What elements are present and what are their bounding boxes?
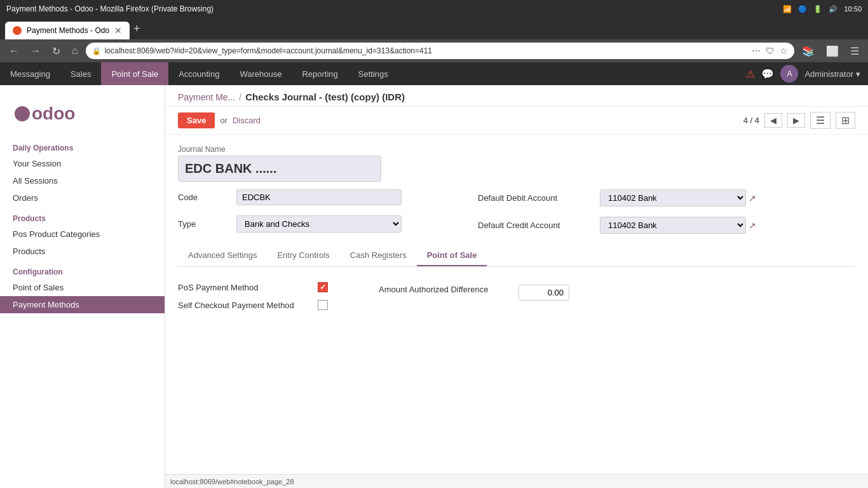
os-bar-title: Payment Methods - Odoo - Mozilla Firefox… [6, 4, 214, 13]
tab-cash-registers[interactable]: Cash Registers [340, 245, 417, 266]
sidebar-item-payment-methods[interactable]: Payment Methods [0, 296, 165, 313]
grid-view-button[interactable]: ⊞ [836, 112, 855, 129]
list-view-button[interactable]: ☰ [810, 112, 831, 129]
chevron-down-icon: ▾ [856, 69, 860, 79]
breadcrumb-parent[interactable]: Payment Me... [178, 92, 235, 102]
top-nav: Messaging Sales Point of Sale Accounting… [0, 62, 868, 85]
type-select[interactable]: Bank and Checks Cash Miscellaneous [236, 215, 402, 233]
tab-close-button[interactable]: ✕ [114, 25, 122, 36]
journal-name-label: Journal Name [178, 145, 855, 154]
journal-name-input[interactable] [178, 156, 381, 182]
sidebar-label-your-session: Your Session [13, 159, 61, 168]
discard-button[interactable]: Discard [233, 116, 261, 125]
user-menu[interactable]: Administrator ▾ [804, 69, 860, 79]
clock: 10:50 [844, 5, 862, 13]
top-nav-right: ⚠ 💬 A Administrator ▾ [746, 65, 868, 83]
form-content: Journal Name Code Type Ban [165, 135, 868, 474]
sidebar-item-your-session[interactable]: Your Session [0, 155, 165, 172]
os-bar-left: Payment Methods - Odoo - Mozilla Firefox… [6, 4, 214, 13]
alert-icon[interactable]: ⚠ [746, 68, 755, 80]
tab-section: Advanced Settings Entry Controls Cash Re… [178, 245, 855, 267]
pagination-info: 4 / 4 [743, 116, 759, 125]
nav-warehouse[interactable]: Warehouse [229, 62, 292, 85]
shield-icon: 🛡 [766, 46, 775, 56]
breadcrumb-current: Checks Journal - (test) (copy) (IDR) [245, 92, 405, 102]
status-bar: localhost:8069/web#notebook_page_28 [165, 474, 868, 488]
url-actions: ⋯ 🛡 ☆ [752, 46, 788, 56]
tab-entry-controls[interactable]: Entry Controls [267, 245, 339, 266]
menu-icon[interactable]: ☰ [846, 45, 863, 57]
os-bar-right: 📶 🔵 🔋 🔊 10:50 [783, 5, 862, 13]
volume-icon: 🔊 [829, 5, 837, 13]
pos-payment-row: PoS Payment Method ✓ [178, 282, 328, 292]
browser-tab[interactable]: Payment Methods - Odo ✕ [5, 22, 130, 39]
credit-account-select[interactable]: 110402 Bank [600, 217, 746, 234]
save-button[interactable]: Save [178, 112, 215, 128]
sidebar-item-pos-product-categories[interactable]: Pos Product Categories [0, 226, 165, 243]
wifi-icon: 📶 [783, 5, 792, 13]
home-button[interactable]: ⌂ [68, 44, 82, 58]
pos-payment-checkbox[interactable]: ✓ [318, 282, 328, 292]
sidebar-item-all-sessions[interactable]: All Sessions [0, 172, 165, 189]
amount-auth-input[interactable] [519, 285, 569, 301]
tab-point-of-sale[interactable]: Point of Sale [417, 245, 487, 266]
bookmarks-icon[interactable]: 📚 [798, 45, 818, 57]
pos-payment-value: ✓ [318, 282, 328, 292]
two-col-fields: Code Type Bank and Checks Cash Miscellan… [178, 189, 855, 239]
forward-button[interactable]: → [27, 44, 44, 58]
os-bar: Payment Methods - Odoo - Mozilla Firefox… [0, 0, 868, 18]
amount-auth-col: Amount Authorized Difference [379, 282, 569, 318]
credit-label: Default Credit Account [478, 220, 592, 230]
nav-sales[interactable]: Sales [60, 62, 102, 85]
self-checkout-label: Self Checkout Payment Method [178, 301, 305, 310]
debit-external-link-icon[interactable]: ↗ [749, 193, 756, 203]
battery-icon: 🔋 [813, 5, 822, 13]
app-container: Messaging Sales Point of Sale Accounting… [0, 62, 868, 488]
toolbar: Save or Discard 4 / 4 ◀ ▶ ☰ ⊞ [165, 107, 868, 135]
star-icon[interactable]: ☆ [780, 46, 788, 56]
sidebar-item-point-of-sales[interactable]: Point of Sales [0, 279, 165, 296]
next-record-button[interactable]: ▶ [787, 113, 805, 128]
sidebar-toggle-icon[interactable]: ⬜ [822, 45, 843, 57]
journal-name-group: Journal Name [178, 145, 855, 182]
nav-accounting[interactable]: Accounting [168, 62, 229, 85]
odoo-logo-svg: odoo [13, 98, 89, 130]
url-display: localhost:8069/web?#id=20&view_type=form… [105, 46, 748, 55]
chat-icon[interactable]: 💬 [761, 68, 774, 80]
sidebar-label-point-of-sales: Point of Sales [13, 283, 64, 292]
sidebar-label-all-sessions: All Sessions [13, 176, 58, 186]
main-layout: odoo Daily Operations Your Session All S… [0, 85, 868, 488]
user-avatar[interactable]: A [780, 65, 798, 83]
nav-reporting[interactable]: Reporting [292, 62, 348, 85]
debit-account-row: Default Debit Account 110402 Bank ↗ [478, 189, 756, 207]
tab-favicon [13, 26, 22, 35]
self-checkout-checkbox[interactable] [318, 300, 328, 310]
nav-messaging[interactable]: Messaging [0, 62, 60, 85]
credit-external-link-icon[interactable]: ↗ [749, 220, 756, 231]
sidebar-item-products[interactable]: Products [0, 243, 165, 260]
bluetooth-icon: 🔵 [798, 5, 807, 13]
sidebar-item-orders[interactable]: Orders [0, 189, 165, 207]
code-input[interactable] [236, 189, 402, 205]
tab-advanced-settings[interactable]: Advanced Settings [178, 245, 267, 266]
breadcrumb: Payment Me... / Checks Journal - (test) … [165, 85, 868, 107]
section-daily-ops: Daily Operations [0, 136, 165, 155]
svg-point-0 [15, 106, 30, 121]
section-configuration: Configuration [0, 260, 165, 279]
new-tab-button[interactable]: + [130, 22, 144, 36]
sidebar-label-pos-product-cats: Pos Product Categories [13, 229, 100, 239]
back-button[interactable]: ← [5, 44, 23, 58]
content-area: Payment Me... / Checks Journal - (test) … [165, 85, 868, 488]
nav-settings[interactable]: Settings [348, 62, 398, 85]
reload-button[interactable]: ↻ [48, 44, 64, 58]
prev-record-button[interactable]: ◀ [764, 113, 782, 128]
breadcrumb-separator: / [239, 92, 241, 102]
right-col-fields: Default Debit Account 110402 Bank ↗ Defa… [478, 189, 756, 239]
self-checkout-row: Self Checkout Payment Method [178, 300, 328, 310]
debit-label: Default Debit Account [478, 193, 592, 203]
url-bar: ← → ↻ ⌂ 🔒 localhost:8069/web?#id=20&view… [0, 39, 868, 62]
nav-point-of-sale[interactable]: Point of Sale [101, 62, 168, 85]
url-input-wrap[interactable]: 🔒 localhost:8069/web?#id=20&view_type=fo… [86, 43, 794, 59]
bookmark-icon[interactable]: ⋯ [752, 46, 761, 56]
debit-account-select[interactable]: 110402 Bank [600, 189, 746, 207]
